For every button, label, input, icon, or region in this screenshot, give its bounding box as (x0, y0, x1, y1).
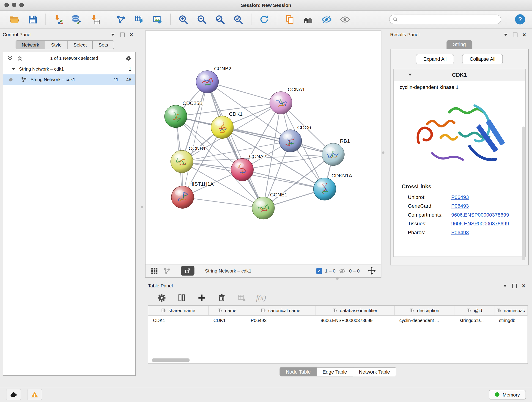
save-session-icon[interactable] (27, 14, 38, 25)
import-table-icon[interactable] (89, 14, 101, 25)
tab-network-table[interactable]: Network Table (353, 367, 396, 376)
panel-menu-icon[interactable] (504, 33, 508, 36)
search-input[interactable] (400, 17, 497, 22)
tab-sets[interactable]: Sets (93, 41, 114, 49)
tab-select[interactable]: Select (68, 41, 93, 49)
column-header[interactable]: @id (455, 306, 494, 315)
zoom-selected-icon[interactable] (233, 14, 244, 25)
tab-style[interactable]: Style (45, 41, 68, 49)
import-network-database-icon[interactable] (71, 14, 82, 25)
network-node-RB1[interactable] (322, 143, 344, 166)
network-share-icon[interactable] (163, 267, 171, 275)
network-node-CCNE1[interactable] (252, 197, 274, 219)
window-minimize-button[interactable] (12, 3, 16, 7)
delete-column-icon[interactable] (216, 292, 227, 303)
panel-close-icon[interactable]: × (523, 32, 526, 37)
splitter-handle[interactable] (336, 278, 339, 280)
export-image-icon[interactable] (152, 14, 163, 25)
network-node-CDC25B[interactable] (165, 105, 187, 128)
tissues-link[interactable]: 9606.ENSP00000378699 (451, 220, 509, 226)
network-node-CCNA2[interactable] (231, 159, 253, 181)
panel-menu-icon[interactable] (111, 33, 115, 36)
open-session-icon[interactable] (9, 14, 20, 25)
expand-all-networks-icon[interactable] (7, 55, 13, 61)
tab-node-table[interactable]: Node Table (280, 367, 317, 376)
network-node-HIST1H1A[interactable] (171, 186, 194, 209)
add-column-icon[interactable] (196, 292, 207, 303)
collapse-all-networks-icon[interactable] (17, 55, 23, 61)
tab-edge-table[interactable]: Edge Table (317, 367, 353, 376)
compartments-link[interactable]: 9606.ENSP00000378699 (451, 211, 509, 217)
gene-collapse-icon[interactable] (408, 73, 412, 76)
import-network-file-icon[interactable] (53, 14, 64, 25)
network-edge-HIST1H1A-CCNE1[interactable] (183, 197, 263, 208)
network-edge-CCNB2-CCNE1[interactable] (207, 82, 263, 208)
window-close-button[interactable] (4, 3, 9, 7)
table-row[interactable]: CDK1 CDK1 P06493 9606.ENSP00000378699 cy… (148, 316, 528, 325)
tab-string[interactable]: String (447, 40, 472, 49)
warning-icon[interactable] (27, 389, 42, 400)
panel-float-icon[interactable] (512, 283, 517, 288)
function-builder-icon[interactable]: f(x) (256, 293, 266, 302)
tree-expand-icon[interactable] (11, 68, 16, 70)
selected-checkbox-icon[interactable] (316, 268, 322, 274)
column-header[interactable]: canonical name (246, 306, 316, 315)
zoom-fit-icon[interactable] (215, 14, 226, 25)
apply-layout-icon[interactable] (259, 14, 270, 25)
genecard-link[interactable]: P06493 (451, 203, 469, 209)
show-columns-icon[interactable] (176, 292, 187, 303)
expand-all-button[interactable]: Expand All (416, 54, 454, 64)
column-header[interactable]: namespac (494, 306, 528, 315)
column-header[interactable]: shared name (148, 306, 209, 315)
splitter-handle[interactable] (141, 206, 143, 208)
node-label-HIST1H1A: HIST1H1A (189, 181, 214, 187)
network-collection-row[interactable]: String Network – cdk1 1 (3, 64, 135, 74)
scrollbar-thumb[interactable] (152, 358, 190, 362)
table-gear-icon[interactable] (156, 292, 167, 303)
network-canvas[interactable]: CCNB2CCNA1CDC25BCDK1CDC6RB1CCNB1CCNA2CDK… (146, 31, 381, 264)
duplicate-attributes-icon[interactable] (284, 14, 296, 25)
panel-menu-icon[interactable] (503, 284, 507, 287)
pan-tool-icon[interactable] (367, 266, 376, 275)
collapse-all-button[interactable]: Collapse All (462, 54, 503, 64)
column-header[interactable]: database identifier (316, 306, 395, 315)
zoom-in-icon[interactable] (178, 14, 189, 25)
birdseye-view-icon[interactable] (150, 267, 158, 275)
column-header[interactable]: description (394, 306, 455, 315)
results-scrollbar[interactable] (522, 127, 525, 260)
splitter-handle[interactable] (382, 151, 384, 153)
cloud-status-icon[interactable] (6, 389, 21, 400)
network-node-CDK1[interactable] (211, 116, 234, 138)
show-all-icon[interactable] (339, 14, 351, 25)
new-network-icon[interactable] (115, 14, 127, 25)
panel-close-icon[interactable]: × (522, 283, 525, 288)
column-header[interactable]: name (209, 306, 246, 315)
table-horizontal-scrollbar[interactable] (152, 358, 524, 362)
delete-table-icon[interactable] (236, 292, 247, 303)
pharos-link[interactable]: P06493 (451, 229, 469, 235)
memory-button[interactable]: Memory (489, 390, 526, 399)
network-node-CCNA1[interactable] (270, 92, 292, 114)
network-edge-CCNB2-CCNA1[interactable] (207, 82, 281, 103)
first-neighbors-icon[interactable] (303, 14, 314, 25)
network-node-CCNB2[interactable] (196, 70, 219, 93)
network-node-CCNB1[interactable] (171, 150, 193, 173)
tab-network[interactable]: Network (16, 41, 45, 49)
network-edge-CCNB2-HIST1H1A[interactable] (183, 82, 207, 197)
panel-float-icon[interactable] (120, 32, 124, 37)
panel-close-icon[interactable]: × (130, 32, 133, 37)
network-svg[interactable]: CCNB2CCNA1CDC25BCDK1CDC6RB1CCNB1CCNA2CDK… (146, 31, 381, 264)
network-options-gear-icon[interactable] (126, 55, 131, 61)
help-icon[interactable]: ? (515, 14, 525, 24)
network-node-CDC6[interactable] (279, 130, 302, 152)
network-from-table-icon[interactable] (133, 14, 145, 25)
hide-selected-icon[interactable] (321, 14, 332, 25)
network-row-selected[interactable]: String Network – cdk1 11 48 (3, 74, 135, 85)
network-edge-CCNA2-CDKN1A[interactable] (242, 170, 325, 189)
window-zoom-button[interactable] (19, 3, 24, 7)
detach-view-icon[interactable] (181, 266, 194, 275)
zoom-out-icon[interactable] (196, 14, 207, 25)
uniprot-link[interactable]: P06493 (451, 194, 469, 200)
panel-float-icon[interactable] (513, 32, 517, 37)
network-node-CDKN1A[interactable] (313, 178, 336, 200)
